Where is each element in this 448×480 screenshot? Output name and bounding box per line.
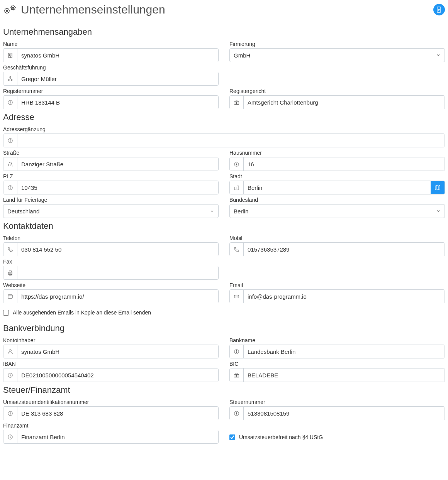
bankname-input[interactable] xyxy=(244,345,445,358)
regcourt-input[interactable] xyxy=(244,96,445,109)
user-icon xyxy=(3,345,17,358)
email-label: Email xyxy=(229,282,445,288)
chevron-down-icon xyxy=(436,208,441,215)
gears-icon xyxy=(3,4,17,15)
firmierung-label: Firmierung xyxy=(229,41,445,47)
office-label: Finanzamt xyxy=(3,423,219,429)
mobile-label: Mobil xyxy=(229,235,445,241)
taxno-label: Steuernummer xyxy=(229,399,445,405)
city-label: Stadt xyxy=(229,173,445,179)
svg-point-29 xyxy=(6,10,8,12)
supplement-input[interactable] xyxy=(17,134,445,147)
section-address-title: Adresse xyxy=(3,112,445,122)
info-icon xyxy=(230,345,244,358)
street-input[interactable] xyxy=(17,157,218,171)
info-icon xyxy=(3,181,17,194)
info-icon xyxy=(3,430,17,443)
vatid-label: Umsatzsteueridentifikationsnummer xyxy=(3,399,219,405)
info-icon xyxy=(3,407,17,420)
export-pdf-button[interactable] xyxy=(433,4,445,15)
country-value: Deutschland xyxy=(7,208,39,215)
bic-label: BIC xyxy=(229,361,445,367)
name-label: Name xyxy=(3,41,219,47)
taxno-input[interactable] xyxy=(244,407,445,420)
mail-icon xyxy=(230,290,244,303)
vatid-input[interactable] xyxy=(17,407,218,420)
state-value: Berlin xyxy=(234,208,248,215)
mgmt-label: Geschäftsführung xyxy=(3,64,219,71)
info-icon xyxy=(3,134,17,147)
info-icon xyxy=(3,368,17,382)
holder-input[interactable] xyxy=(17,345,218,358)
vat-exempt-checkbox[interactable] xyxy=(229,434,235,440)
regnum-input[interactable] xyxy=(17,96,218,109)
info-icon xyxy=(230,407,244,420)
firmierung-value: GmbH xyxy=(234,52,250,59)
bankname-label: Bankname xyxy=(229,337,445,343)
phone-icon xyxy=(3,243,17,256)
email-cc-checkbox[interactable] xyxy=(3,310,9,316)
phone-icon xyxy=(230,243,244,256)
bank-icon xyxy=(230,96,244,109)
map-lookup-button[interactable] xyxy=(431,181,445,194)
zip-label: PLZ xyxy=(3,173,219,179)
mobile-input[interactable] xyxy=(244,243,445,256)
org-icon xyxy=(3,72,17,85)
info-icon xyxy=(3,96,17,109)
building-icon xyxy=(3,49,17,62)
fax-input[interactable] xyxy=(17,266,218,279)
iban-input[interactable] xyxy=(17,368,218,382)
page-title: Unternehmenseinstellungen xyxy=(21,3,165,16)
regnum-label: Registernummer xyxy=(3,88,219,94)
phone-label: Telefon xyxy=(3,235,219,241)
section-company-title: Unternehmensangaben xyxy=(3,27,445,37)
mgmt-input[interactable] xyxy=(17,72,218,85)
city-input[interactable] xyxy=(244,181,431,194)
name-input[interactable] xyxy=(17,49,218,62)
section-bank-title: Bankverbindung xyxy=(3,323,445,333)
country-select[interactable]: Deutschland xyxy=(3,204,219,218)
zip-input[interactable] xyxy=(17,181,218,194)
regcourt-label: Registergericht xyxy=(229,88,445,94)
state-select[interactable]: Berlin xyxy=(229,204,445,218)
houseno-input[interactable] xyxy=(244,157,445,171)
country-label: Land für Feiertage xyxy=(3,197,219,203)
supplement-label: Adressergänzung xyxy=(3,126,445,132)
section-contact-title: Kontaktdaten xyxy=(3,221,445,231)
chevron-down-icon xyxy=(210,208,214,215)
holder-label: Kontoinhaber xyxy=(3,337,219,343)
state-label: Bundesland xyxy=(229,197,445,203)
bank-icon xyxy=(230,368,244,382)
email-cc-label[interactable]: Alle ausgehenden Emails in Kopie an dies… xyxy=(13,309,151,316)
email-input[interactable] xyxy=(244,290,445,303)
fax-label: Fax xyxy=(3,259,219,265)
info-icon xyxy=(230,157,244,171)
svg-point-31 xyxy=(12,7,14,8)
phone-input[interactable] xyxy=(17,243,218,256)
vat-exempt-label[interactable]: Umsatzsteuerbefreit nach §4 UStG xyxy=(239,434,323,440)
browser-icon xyxy=(3,290,17,303)
road-icon xyxy=(3,157,17,171)
street-label: Straße xyxy=(3,150,219,156)
firmierung-select[interactable]: GmbH xyxy=(229,48,445,62)
bic-input[interactable] xyxy=(244,368,445,382)
section-tax-title: Steuer/Finanzamt xyxy=(3,385,445,395)
website-label: Webseite xyxy=(3,282,219,288)
office-input[interactable] xyxy=(17,430,218,443)
city-icon xyxy=(230,181,244,194)
houseno-label: Hausnummer xyxy=(229,150,445,156)
website-input[interactable] xyxy=(17,290,218,303)
chevron-down-icon xyxy=(436,52,441,59)
iban-label: IBAN xyxy=(3,361,219,367)
fax-icon xyxy=(3,266,17,279)
